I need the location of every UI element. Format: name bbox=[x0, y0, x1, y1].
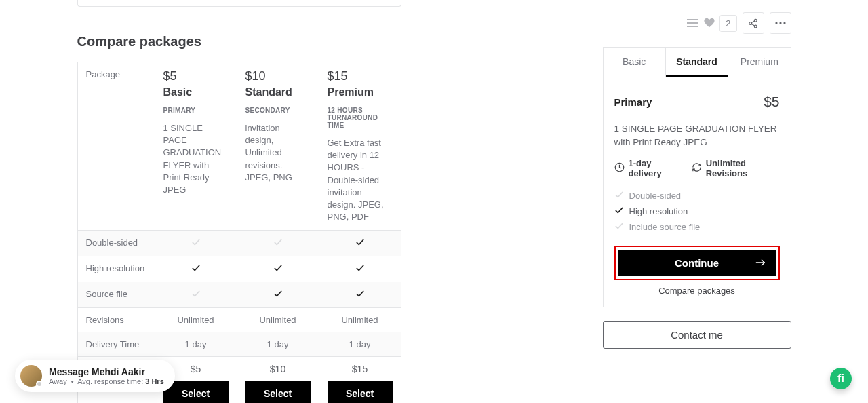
tier-desc: 1 SINGLE PAGE GRADUATION FLYER with Prin… bbox=[163, 122, 229, 196]
cell-check bbox=[319, 282, 401, 308]
cell-check bbox=[319, 231, 401, 256]
chat-meta: Away • Avg. response time: 3 Hrs bbox=[49, 377, 164, 385]
check-no-icon bbox=[614, 221, 624, 233]
status-dot-icon bbox=[36, 381, 43, 387]
arrow-right-icon bbox=[755, 257, 766, 269]
list-icon[interactable] bbox=[687, 18, 698, 28]
tab-basic[interactable]: Basic bbox=[604, 48, 666, 77]
cell-check bbox=[237, 282, 319, 308]
check-no-icon bbox=[273, 237, 283, 249]
select-premium-button[interactable]: Select bbox=[328, 381, 393, 403]
row-delivery: Delivery Time bbox=[77, 332, 155, 357]
row-high-res: High resolution bbox=[77, 256, 155, 282]
cell-check bbox=[155, 282, 237, 308]
cell-text: Unlimited bbox=[155, 308, 237, 332]
row-source-file: Source file bbox=[77, 282, 155, 308]
tier-sub: SECONDARY bbox=[245, 107, 311, 114]
tier-name: Standard bbox=[245, 86, 311, 98]
cell-text: 1 day bbox=[155, 332, 237, 357]
chat-widget[interactable]: Message Mehdi Aakir Away • Avg. response… bbox=[15, 360, 175, 392]
contact-button[interactable]: Contact me bbox=[603, 321, 791, 349]
tier-sub: 12 HOURS TURNAROUND TIME bbox=[328, 107, 393, 129]
compare-title: Compare packages bbox=[77, 34, 552, 50]
package-name: Primary bbox=[614, 96, 652, 108]
chat-name: Message Mehdi Aakir bbox=[49, 366, 164, 377]
check-yes-icon bbox=[355, 289, 365, 301]
svg-point-5 bbox=[754, 25, 757, 28]
tier-head-premium: $15 Premium 12 HOURS TURNAROUND TIME Get… bbox=[319, 62, 401, 231]
tier-head-standard: $10 Standard SECONDARY invitation design… bbox=[237, 62, 319, 231]
chat-response-time: 3 Hrs bbox=[145, 377, 164, 385]
feature-item: Include source file bbox=[614, 219, 780, 235]
svg-line-6 bbox=[751, 21, 754, 23]
cell-total: $15 Select bbox=[319, 357, 401, 403]
svg-point-10 bbox=[783, 22, 785, 24]
feature-label: Include source file bbox=[629, 222, 701, 232]
previous-section-card bbox=[77, 0, 401, 7]
svg-line-7 bbox=[751, 24, 754, 26]
check-yes-icon bbox=[614, 206, 624, 217]
feature-item: High resolution bbox=[614, 204, 780, 219]
clock-icon bbox=[614, 162, 625, 174]
feature-label: High resolution bbox=[629, 206, 688, 216]
check-no-icon bbox=[191, 237, 201, 249]
chat-status: Away bbox=[49, 377, 67, 385]
tier-sub: PRIMARY bbox=[163, 107, 229, 114]
check-yes-icon bbox=[355, 263, 365, 275]
cell-check bbox=[237, 231, 319, 256]
cell-check bbox=[237, 256, 319, 282]
revisions-icon bbox=[692, 162, 702, 174]
continue-label: Continue bbox=[675, 257, 719, 269]
cell-text: Unlimited bbox=[319, 308, 401, 332]
feature-item: Double-sided bbox=[614, 188, 780, 204]
tab-premium[interactable]: Premium bbox=[728, 48, 790, 77]
svg-point-8 bbox=[775, 22, 777, 24]
tier-price: $10 bbox=[245, 69, 311, 83]
cell-text: 1 day bbox=[237, 332, 319, 357]
package-desc: 1 SINGLE PAGE GRADUATION FLYER with Prin… bbox=[614, 122, 780, 149]
cell-total: $10 Select bbox=[237, 357, 319, 403]
tier-head-basic: $5 Basic PRIMARY 1 SINGLE PAGE GRADUATIO… bbox=[155, 62, 237, 231]
feature-label: Double-sided bbox=[629, 191, 682, 201]
svg-point-3 bbox=[754, 19, 757, 22]
revisions-meta: Unlimited Revisions bbox=[706, 158, 780, 178]
select-basic-button[interactable]: Select bbox=[163, 381, 229, 403]
svg-point-4 bbox=[749, 22, 752, 24]
tier-desc: Get Extra fast delivery in 12 HOURS - Do… bbox=[328, 137, 393, 223]
svg-point-9 bbox=[779, 22, 781, 24]
chat-response-prefix: Avg. response time: bbox=[77, 377, 143, 385]
package-price: $5 bbox=[764, 94, 779, 110]
check-yes-icon bbox=[191, 263, 201, 275]
package-panel: Primary $5 1 SINGLE PAGE GRADUATION FLYE… bbox=[603, 77, 791, 307]
check-no-icon bbox=[614, 190, 624, 202]
share-button[interactable] bbox=[743, 12, 764, 34]
cell-text: 1 day bbox=[319, 332, 401, 357]
cell-check bbox=[155, 231, 237, 256]
row-revisions: Revisions bbox=[77, 308, 155, 332]
row-double-sided: Double-sided bbox=[77, 231, 155, 256]
package-tabs: Basic Standard Premium bbox=[603, 47, 791, 77]
compare-packages-link[interactable]: Compare packages bbox=[614, 286, 780, 296]
select-standard-button[interactable]: Select bbox=[245, 381, 311, 403]
heart-icon[interactable] bbox=[703, 17, 715, 30]
feature-list: Double-sided High resolution Include sou… bbox=[614, 188, 780, 235]
fiverr-fab-icon[interactable]: fi bbox=[830, 368, 852, 389]
check-no-icon bbox=[191, 289, 201, 301]
cell-text: Unlimited bbox=[237, 308, 319, 332]
check-yes-icon bbox=[355, 237, 365, 249]
total-price: $5 bbox=[191, 364, 201, 375]
tier-name: Basic bbox=[163, 86, 229, 98]
total-price: $10 bbox=[270, 364, 285, 375]
more-button[interactable] bbox=[770, 12, 791, 34]
tab-standard[interactable]: Standard bbox=[666, 48, 728, 77]
tier-name: Premium bbox=[328, 86, 393, 98]
compare-table: Package $5 Basic PRIMARY 1 SINGLE PAGE G… bbox=[77, 62, 401, 403]
favorite-count: 2 bbox=[719, 15, 736, 32]
cell-check bbox=[319, 256, 401, 282]
cell-check bbox=[155, 256, 237, 282]
delivery-meta: 1-day delivery bbox=[629, 158, 679, 178]
continue-highlight: Continue bbox=[614, 246, 780, 280]
continue-button[interactable]: Continue bbox=[618, 250, 776, 276]
compare-header-package: Package bbox=[77, 62, 155, 231]
tier-desc: invitation design, Unlimited revisions. … bbox=[245, 122, 311, 184]
